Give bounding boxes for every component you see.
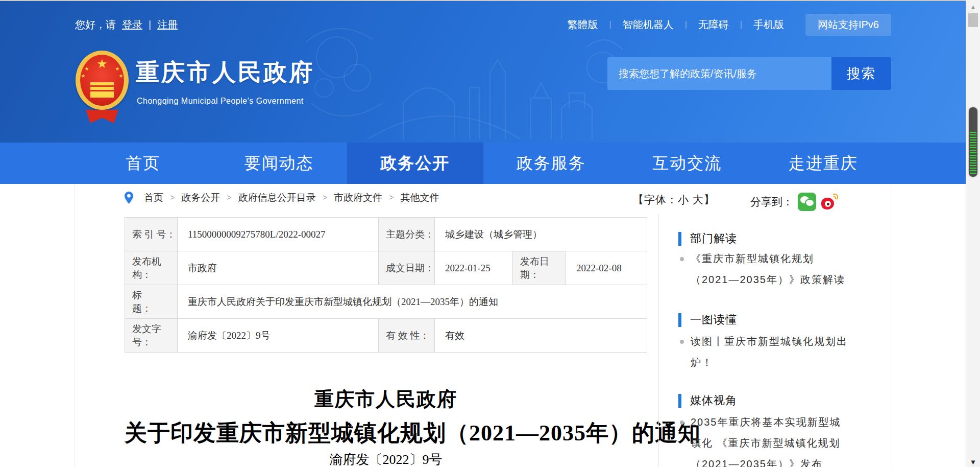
index-number-label: 索 引 号：	[125, 218, 178, 251]
bullet-icon	[680, 257, 684, 261]
greeting-text: 您好，请	[75, 18, 116, 32]
topic-category-value: 城乡建设（城乡管理）	[435, 218, 647, 251]
issuing-agency-value: 市政府	[178, 251, 379, 285]
doc-title-label: 标 题：	[125, 285, 178, 319]
nav-item-news[interactable]: 要闻动态	[211, 143, 348, 184]
sidebar-section-infographic: 一图读懂	[678, 312, 737, 328]
bullet-icon	[680, 421, 684, 425]
sidebar-item-policy-interpretation[interactable]: 《重庆市新型城镇化规划 （2021—2035年）》政策解读	[680, 248, 890, 290]
section-title: 部门解读	[690, 231, 737, 246]
weibo-share-icon[interactable]	[821, 193, 839, 211]
site-subtitle: Chongqing Municipal People's Government	[137, 97, 304, 106]
breadcrumb-city-documents[interactable]: 市政府文件	[334, 191, 382, 204]
search-button[interactable]: 搜索	[831, 57, 891, 90]
section-accent-bar	[678, 313, 681, 327]
share-label: 分享到：	[750, 195, 793, 209]
breadcrumb-separator: >	[323, 193, 327, 202]
breadcrumb-other-documents[interactable]: 其他文件	[400, 191, 439, 204]
accessibility-link[interactable]: 无障碍	[687, 18, 740, 32]
register-link[interactable]: 注册	[157, 18, 178, 32]
search-input[interactable]	[607, 57, 831, 90]
login-register-divider: |	[149, 19, 151, 31]
breadcrumb-separator: >	[227, 193, 231, 202]
validity-label: 有 效 性：	[379, 319, 435, 353]
date-written-label: 成文日期：	[379, 251, 435, 285]
breadcrumb-home[interactable]: 首页	[144, 191, 163, 204]
sidebar-item-text: 《重庆市新型城镇化规划 （2021—2035年）》政策解读	[691, 248, 845, 290]
bullet-icon	[680, 340, 684, 344]
document-org-line: 重庆市人民政府	[125, 386, 647, 412]
table-row: 标 题： 重庆市人民政府关于印发重庆市新型城镇化规划（2021—2035年）的通…	[125, 285, 647, 319]
wechat-share-icon[interactable]	[798, 193, 816, 211]
breadcrumb-separator: >	[389, 193, 394, 202]
main-nav: 首页 要闻动态 政务公开 政务服务 互动交流 走进重庆	[0, 143, 966, 184]
issuing-agency-label: 发布机构：	[125, 251, 178, 285]
site-search: 搜索	[607, 57, 891, 90]
site-title: 重庆市人民政府	[136, 57, 314, 88]
nav-item-gov-services[interactable]: 政务服务	[483, 143, 620, 184]
card-right-edge	[892, 184, 892, 467]
font-larger-button[interactable]: 大	[693, 194, 704, 205]
breadcrumb-row: 首页 > 政务公开 > 政府信息公开目录 > 市政府文件 > 其他文件 【字体：…	[125, 191, 890, 212]
font-size-tool: 【字体：小 大】	[633, 193, 715, 207]
sidebar-item-text: 读图丨重庆市新型城镇化规划出 炉！	[691, 331, 848, 373]
site-logo[interactable]: ★ ★ ★ ★ ★ 重庆市人民政府 Chongqing Municipal Pe…	[76, 50, 361, 126]
section-title: 一图读懂	[690, 312, 737, 328]
scrollbar-thumb[interactable]	[968, 13, 978, 27]
date-published-value: 2022-02-08	[566, 251, 647, 285]
section-title: 媒体视角	[690, 393, 737, 408]
nav-item-interaction[interactable]: 互动交流	[619, 143, 755, 184]
ipv6-support-badge[interactable]: 网站支持IPv6	[805, 14, 891, 36]
sidebar-item-media-article[interactable]: 2035年重庆将基本实现新型城 镇化 《重庆市新型城镇化规划 （2021—203…	[680, 412, 890, 467]
scrollbar-up-arrow[interactable]: ▲	[966, 3, 980, 11]
doc-number-label: 发文字号：	[125, 319, 178, 353]
scrollbar-green-indicator[interactable]	[969, 107, 977, 177]
breadcrumb-gov-disclosure[interactable]: 政务公开	[181, 191, 220, 204]
utility-links: 繁體版 | 智能机器人 | 无障碍 | 手机版 网站支持IPv6	[556, 14, 892, 36]
top-utility-bar: 您好，请 登录 | 注册 繁體版 | 智能机器人 | 无障碍 | 手机版 网站支…	[75, 13, 891, 36]
topic-category-label: 主题分类：	[379, 218, 435, 251]
table-row: 发布机构： 市政府 成文日期： 2022-01-25 发布日期： 2022-02…	[125, 251, 647, 285]
breadcrumb-info-catalog[interactable]: 政府信息公开目录	[238, 191, 316, 204]
doc-number-value: 渝府发〔2022〕9号	[178, 319, 379, 353]
content-area: 首页 > 政务公开 > 政府信息公开目录 > 市政府文件 > 其他文件 【字体：…	[0, 184, 966, 467]
location-pin-icon	[125, 192, 133, 204]
date-written-value: 2022-01-25	[435, 251, 513, 285]
page: 您好，请 登录 | 注册 繁體版 | 智能机器人 | 无障碍 | 手机版 网站支…	[0, 0, 980, 467]
nav-item-about-chongqing[interactable]: 走进重庆	[755, 143, 892, 184]
validity-value: 有效	[435, 319, 647, 353]
scrollbar-down-arrow[interactable]: ▼	[966, 458, 980, 466]
traditional-chinese-link[interactable]: 繁體版	[556, 18, 609, 32]
table-row: 索 引 号： 11500000009275780L/2022-00027 主题分…	[125, 218, 647, 251]
site-header: 您好，请 登录 | 注册 繁體版 | 智能机器人 | 无障碍 | 手机版 网站支…	[0, 0, 966, 143]
sidebar-divider	[658, 215, 659, 467]
table-row: 发文字号： 渝府发〔2022〕9号 有 效 性： 有效	[125, 319, 647, 353]
mobile-version-link[interactable]: 手机版	[742, 18, 795, 32]
sidebar-item-text: 2035年重庆将基本实现新型城 镇化 《重庆市新型城镇化规划 （2021—203…	[691, 412, 841, 467]
scrollbar-track[interactable]: ▲ ▼	[966, 0, 980, 467]
section-accent-bar	[678, 232, 681, 246]
national-emblem-icon: ★ ★ ★ ★ ★	[76, 51, 129, 123]
section-accent-bar	[678, 394, 681, 408]
document-number-line: 渝府发〔2022〕9号	[125, 451, 647, 467]
breadcrumb-separator: >	[170, 193, 175, 202]
user-area: 您好，请 登录 | 注册	[75, 18, 178, 32]
share-tool: 分享到：	[750, 193, 839, 211]
font-tool-prefix: 【字体：	[633, 194, 678, 205]
date-published-label: 发布日期：	[513, 251, 566, 285]
sidebar-section-dept-interpretation: 部门解读	[678, 231, 737, 246]
font-smaller-button[interactable]: 小	[678, 194, 689, 205]
nav-item-home[interactable]: 首页	[75, 143, 211, 184]
nav-item-gov-disclosure[interactable]: 政务公开	[347, 143, 483, 184]
index-number-value: 11500000009275780L/2022-00027	[178, 218, 379, 251]
document-metadata-table: 索 引 号： 11500000009275780L/2022-00027 主题分…	[125, 217, 647, 353]
login-link[interactable]: 登录	[122, 18, 142, 32]
doc-title-value: 重庆市人民政府关于印发重庆市新型城镇化规划（2021—2035年）的通知	[178, 285, 647, 319]
sidebar-section-media-view: 媒体视角	[678, 393, 737, 408]
card-left-edge	[75, 184, 75, 467]
font-tool-suffix: 】	[704, 194, 715, 205]
smart-robot-link[interactable]: 智能机器人	[611, 18, 685, 32]
document-title-line: 关于印发重庆市新型城镇化规划（2021—2035年）的通知	[125, 418, 647, 448]
sidebar-item-infographic[interactable]: 读图丨重庆市新型城镇化规划出 炉！	[680, 331, 890, 373]
